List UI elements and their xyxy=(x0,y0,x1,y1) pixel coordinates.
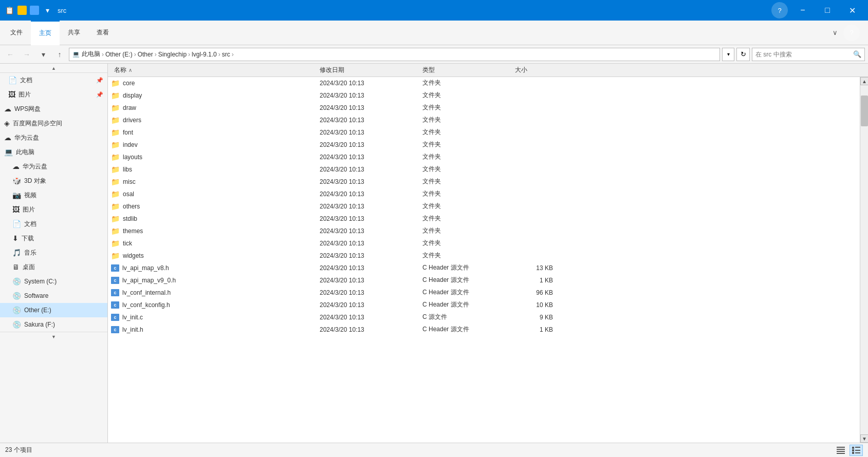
table-row[interactable]: 📁 stdlib 2024/3/20 10:13 文件夹 xyxy=(108,213,860,225)
table-row[interactable]: c lv_api_map_v8.h 2024/3/20 10:13 C Head… xyxy=(108,262,860,274)
search-box[interactable]: 🔍 xyxy=(752,48,865,61)
column-header-size[interactable]: 大小 xyxy=(512,64,563,77)
cell-date: 2024/3/20 10:13 xyxy=(317,252,419,259)
table-row[interactable]: 📁 tick 2024/3/20 10:13 文件夹 xyxy=(108,237,860,250)
sort-icon: ∧ xyxy=(128,67,132,73)
sidebar-scroll-up[interactable]: ▲ xyxy=(0,64,107,73)
table-row[interactable]: c lv_conf_kconfig.h 2024/3/20 10:13 C He… xyxy=(108,299,860,311)
pin-icon xyxy=(17,6,27,15)
table-row[interactable]: 📁 layouts 2024/3/20 10:13 文件夹 xyxy=(108,151,860,163)
tab-share[interactable]: 共享 xyxy=(60,21,88,45)
close-button[interactable]: ✕ xyxy=(840,0,864,21)
table-row[interactable]: 📁 widgets 2024/3/20 10:13 文件夹 xyxy=(108,250,860,262)
file-name: widgets xyxy=(123,252,144,259)
content-area: 名称 ∧ 修改日期 类型 大小 📁 core 2024/3/20 10:13 xyxy=(108,64,868,443)
sidebar-item-music[interactable]: 🎵 音乐 xyxy=(0,245,107,260)
cell-name: 📁 osal xyxy=(111,190,317,198)
file-name: lv_conf_internal.h xyxy=(122,289,171,296)
sidebar-item-this-pc[interactable]: 💻 此电脑 xyxy=(0,145,107,159)
forward-button[interactable]: → xyxy=(20,47,34,62)
maximize-button[interactable]: □ xyxy=(816,0,839,21)
file-name: libs xyxy=(123,166,132,173)
column-header-name[interactable]: 名称 ∧ xyxy=(111,64,317,77)
sidebar-item-other-e[interactable]: 💿 Other (E:) xyxy=(0,303,107,317)
cell-date: 2024/3/20 10:13 xyxy=(317,277,419,284)
back-button[interactable]: ← xyxy=(3,47,17,62)
list-view-button[interactable] xyxy=(834,445,847,456)
table-row[interactable]: 📁 font 2024/3/20 10:13 文件夹 xyxy=(108,126,860,139)
table-row[interactable]: 📁 drivers 2024/3/20 10:13 文件夹 xyxy=(108,114,860,126)
sidebar-item-video[interactable]: 📷 视频 xyxy=(0,188,107,202)
sidebar-item-label: 图片 xyxy=(19,90,31,99)
minimize-button[interactable]: − xyxy=(791,0,815,21)
dropdown-arrow-icon[interactable]: ▾ xyxy=(42,5,52,15)
sidebar-item-software-d[interactable]: 💿 Software xyxy=(0,289,107,303)
sidebar-item-sakura-f[interactable]: 💿 Sakura (F:) xyxy=(0,317,107,332)
search-icon[interactable]: 🔍 xyxy=(853,50,861,58)
path-other[interactable]: Other xyxy=(138,51,153,58)
path-singlechip[interactable]: Singlechip xyxy=(158,51,187,58)
sidebar-item-label: System (C:) xyxy=(24,278,57,285)
table-row[interactable]: 📁 core 2024/3/20 10:13 文件夹 xyxy=(108,77,860,89)
table-row[interactable]: 📁 osal 2024/3/20 10:13 文件夹 xyxy=(108,188,860,200)
path-other-e[interactable]: Other (E:) xyxy=(105,51,133,58)
scroll-track[interactable] xyxy=(860,85,868,434)
tab-view[interactable]: 查看 xyxy=(88,21,117,45)
path-src[interactable]: src xyxy=(222,51,230,58)
folder-icon: 📁 xyxy=(111,116,120,124)
path-sep-3: › xyxy=(155,51,157,58)
file-name: draw xyxy=(123,104,136,111)
sidebar-item-huawei-disk[interactable]: ☁ 华为云盘 xyxy=(0,159,107,174)
table-row[interactable]: 📁 misc 2024/3/20 10:13 文件夹 xyxy=(108,176,860,188)
sidebar-item-baidu[interactable]: ◈ 百度网盘同步空间 xyxy=(0,116,107,130)
up-button[interactable]: ↑ xyxy=(52,47,67,62)
table-row[interactable]: c lv_init.h 2024/3/20 10:13 C Header 源文件… xyxy=(108,323,860,336)
sidebar-item-download[interactable]: ⬇ 下载 xyxy=(0,231,107,245)
table-row[interactable]: c lv_init.c 2024/3/20 10:13 C 源文件 9 KB xyxy=(108,311,860,323)
sidebar-item-label: 音乐 xyxy=(24,249,36,257)
sidebar-item-docs2[interactable]: 📄 文档 xyxy=(0,217,107,231)
sidebar-item-system-c[interactable]: 💿 System (C:) xyxy=(0,274,107,289)
column-header-date[interactable]: 修改日期 xyxy=(317,64,419,77)
sidebar-item-3d[interactable]: 🎲 3D 对象 xyxy=(0,174,107,188)
help-button[interactable]: ? xyxy=(771,2,788,18)
table-row[interactable]: 📁 others 2024/3/20 10:13 文件夹 xyxy=(108,200,860,213)
column-header-type[interactable]: 类型 xyxy=(419,64,512,77)
ribbon-collapse-button[interactable]: ∨ xyxy=(829,27,841,39)
table-row[interactable]: 📁 libs 2024/3/20 10:13 文件夹 xyxy=(108,163,860,176)
sidebar-item-label: 此电脑 xyxy=(16,148,34,157)
table-row[interactable]: 📁 display 2024/3/20 10:13 文件夹 xyxy=(108,89,860,102)
scroll-down-arrow[interactable]: ▼ xyxy=(860,434,868,443)
path-lvgl[interactable]: lvgl-9.1.0 xyxy=(192,51,217,58)
sidebar-item-huawei[interactable]: ☁ 华为云盘 xyxy=(0,130,107,145)
table-row[interactable]: 📁 indev 2024/3/20 10:13 文件夹 xyxy=(108,139,860,151)
sidebar-item-desktop[interactable]: 🖥 桌面 xyxy=(0,260,107,274)
vertical-scrollbar[interactable]: ▲ ▼ xyxy=(860,77,868,443)
tab-file[interactable]: 文件 xyxy=(2,21,31,45)
sidebar-item-label: 图片 xyxy=(23,205,35,214)
file-name: misc xyxy=(123,178,136,185)
dropdown-recent-button[interactable]: ▾ xyxy=(36,47,50,62)
file-name: lv_api_map_v9_0.h xyxy=(122,277,176,284)
table-row[interactable]: c lv_api_map_v9_0.h 2024/3/20 10:13 C He… xyxy=(108,274,860,287)
table-row[interactable]: 📁 draw 2024/3/20 10:13 文件夹 xyxy=(108,102,860,114)
path-computer[interactable]: 此电脑 xyxy=(82,50,100,59)
sidebar-item-wps[interactable]: ☁ WPS网盘 xyxy=(0,102,107,116)
refresh-button[interactable]: ↻ xyxy=(736,48,750,61)
sidebar-item-pics2[interactable]: 🖼 图片 xyxy=(0,202,107,217)
ribbon-help-button[interactable]: ? xyxy=(843,25,860,41)
table-row[interactable]: 📁 themes 2024/3/20 10:13 文件夹 xyxy=(108,225,860,237)
address-path[interactable]: 💻 此电脑 › Other (E:) › Other › Singlechip … xyxy=(69,48,720,61)
search-input[interactable] xyxy=(755,51,851,58)
scroll-up-arrow[interactable]: ▲ xyxy=(860,77,868,85)
tab-home[interactable]: 主页 xyxy=(31,21,60,45)
sidebar-item-pics[interactable]: 🖼 图片 📌 xyxy=(0,87,107,102)
scroll-thumb[interactable] xyxy=(861,96,868,126)
cell-name: 📁 themes xyxy=(111,227,317,235)
sidebar-item-docs[interactable]: 📄 文档 📌 xyxy=(0,73,107,87)
file-name: osal xyxy=(123,191,134,198)
table-row[interactable]: c lv_conf_internal.h 2024/3/20 10:13 C H… xyxy=(108,287,860,299)
address-dropdown-button[interactable]: ▾ xyxy=(722,48,734,61)
detail-view-button[interactable] xyxy=(849,445,863,456)
sidebar-scroll-down[interactable]: ▼ xyxy=(0,332,107,341)
